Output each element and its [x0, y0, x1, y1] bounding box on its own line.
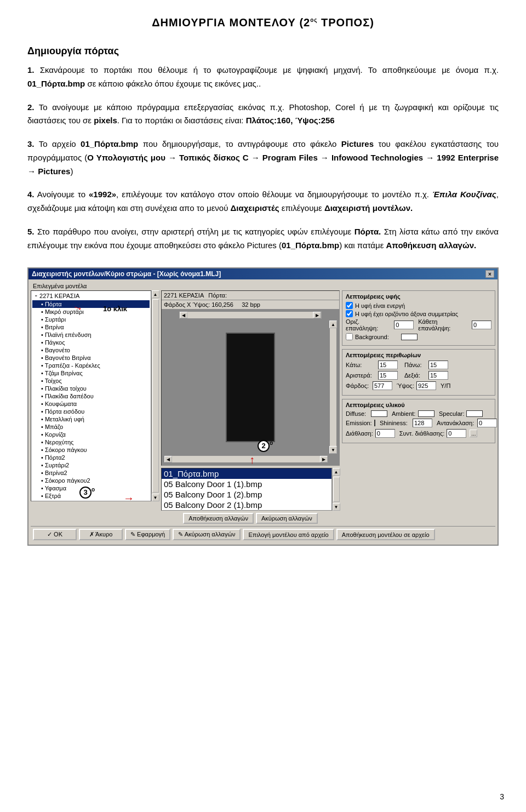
- rep-label: Οριζ. επανάληψη:: [346, 318, 392, 331]
- ambient-label: Ambient:: [392, 410, 416, 417]
- diab-input[interactable]: [375, 429, 395, 438]
- list-scrollbar[interactable]: ▲ ▼: [332, 468, 340, 511]
- h-sb-left[interactable]: ◀: [180, 312, 187, 318]
- image-list-item-3[interactable]: 05 Balcony Door 2 (1).bmp: [162, 500, 331, 510]
- tree-item-tzami[interactable]: • Τζάμι Βιτρίνας: [32, 369, 150, 377]
- tree-item-porta2[interactable]: • Πόρτα2: [32, 454, 150, 461]
- tree-item-mpazo[interactable]: • Μπάζο: [32, 423, 150, 431]
- bg-checkbox[interactable]: [346, 333, 353, 340]
- b-sb-right[interactable]: ▶: [320, 456, 328, 462]
- tree-item-trapez[interactable]: • Τραπέζια - Καρέκλες: [32, 362, 150, 369]
- tree-item-vitrina[interactable]: • Βιτρίνα: [32, 323, 150, 331]
- texture-details-group: Λεπτομέρειες υφής Η υφή είναι ενεργή Η υ…: [342, 290, 495, 346]
- v-sb-up[interactable]: ▲: [329, 321, 337, 328]
- page-title: ΔΗΜΙΟΥΡΓΙΑ ΜΟΝΤΕΛΟΥ (2ος ΤΡΟΠΟΣ): [27, 16, 499, 29]
- image-area-header: 2271 ΚΕΡΑΣΙΑ Πόρτα:: [162, 291, 339, 300]
- kato-row: Κάτω: Πάνω:: [346, 361, 491, 369]
- aristera-input[interactable]: [378, 371, 398, 380]
- center-buttons: Αποθήκευση αλλαγών Ακύρωση αλλαγών: [161, 513, 340, 524]
- farb2-label: Φάρδος:: [346, 382, 370, 389]
- material-details-group: Λεπτομέρειες υλικού Diffuse: Ambient: Sp…: [342, 399, 495, 443]
- sb-up-arrow[interactable]: ▲: [152, 290, 159, 298]
- kathe-input[interactable]: [472, 321, 491, 329]
- tree-item-porta[interactable]: • Πόρτα: [32, 300, 150, 308]
- antanakl-input[interactable]: [477, 419, 497, 427]
- synt-label: Συντ. διάθλασης:: [399, 430, 445, 437]
- check1-label: Η υφή είναι ενεργή: [355, 302, 405, 309]
- dialog-window: Διαχειριστής μοντέλων/Κύριο στρώμα - [Χω…: [27, 267, 499, 546]
- check2-input[interactable]: [346, 310, 353, 317]
- tree-item-plainh[interactable]: • Πλαϊνή επένδυση: [32, 331, 150, 339]
- list-sb-up[interactable]: ▲: [333, 468, 340, 476]
- cancel-changes-button[interactable]: Ακύρωση αλλαγών: [256, 513, 318, 524]
- dialog-close-button[interactable]: ×: [485, 270, 494, 278]
- tree-item-vagoneto[interactable]: • Βαγονέτο: [32, 346, 150, 354]
- check2-row: Η υφή έχει οριζόντιο άξονα συμμετρίας: [346, 310, 491, 317]
- save-model-button[interactable]: Αποθήκευση μοντέλου σε αρχείο: [336, 529, 435, 540]
- h-sb-right[interactable]: ▶: [313, 312, 321, 318]
- ok-button[interactable]: ✓ ΟΚ: [33, 529, 77, 540]
- image-list-item-0[interactable]: 01_Πόρτα.bmp: [162, 468, 331, 479]
- image-list-item-1[interactable]: 05 Balcony Door 1 (1).bmp: [162, 479, 331, 489]
- specular-swatch[interactable]: [466, 410, 483, 417]
- tree-item-nerox[interactable]: • Νεροχύτης: [32, 438, 150, 446]
- tree-item-root[interactable]: ⁃ 2271 ΚΕΡΑΣΙΑ: [32, 292, 150, 300]
- list-sb-thumb[interactable]: [333, 477, 340, 502]
- tree-item-metaliki[interactable]: • Μεταλλική υφή: [32, 415, 150, 423]
- tree-panel: ⁃ 2271 ΚΕΡΑΣΙΑ • Πόρτα • Μικρό συρτάρι •…: [31, 290, 151, 501]
- apply-button[interactable]: ✎ Εφαρμογή: [125, 529, 170, 540]
- tree-item-pagkos[interactable]: • Πάγκος: [32, 339, 150, 346]
- pano-label: Πάνω:: [404, 362, 426, 368]
- check1-input[interactable]: [346, 302, 353, 309]
- bg-color-swatch[interactable]: [401, 334, 418, 340]
- tree-item-vagoneto-v[interactable]: • Βαγονέτο Βιτρίνα: [32, 354, 150, 362]
- tree-item-plakidia-t[interactable]: • Πλακίδια τοίχου: [32, 385, 150, 392]
- cancel-button[interactable]: ✗ Άκυρο: [79, 529, 123, 540]
- yp-label: Υ/Π: [441, 382, 450, 389]
- center-label: 2271 ΚΕΡΑΣΙΑ: [164, 292, 204, 299]
- list-sb-down[interactable]: ▼: [333, 503, 340, 511]
- ypsos-label: Ύψος:: [397, 382, 414, 389]
- emission-row: Emission: Shininess: Αντανάκλαση:: [346, 419, 491, 427]
- synt-input[interactable]: [447, 429, 466, 438]
- diffuse-swatch[interactable]: [371, 410, 387, 417]
- tree-item-eisodou[interactable]: • Πόρτα εισόδου: [32, 408, 150, 415]
- save-changes-button[interactable]: Αποθήκευση αλλαγών: [183, 513, 254, 524]
- sb-down-arrow[interactable]: ▼: [152, 494, 159, 501]
- cancel-changes-bottom-button[interactable]: ✎ Ακύρωση αλλαγών: [173, 529, 241, 540]
- tree-item-sokoro[interactable]: • Σόκορο πάγκου: [32, 446, 150, 454]
- tree-item-syrtari2[interactable]: • Συρτάρι2: [32, 461, 150, 469]
- tree-item-plakidia-d[interactable]: • Πλακίδια δαπέδου: [32, 392, 150, 400]
- bg-row: Background:: [346, 333, 491, 340]
- annotation-click1: 1ο κλικ: [103, 305, 127, 313]
- emission-swatch[interactable]: [374, 420, 375, 426]
- pano-input[interactable]: [428, 361, 448, 369]
- vert-scrollbar[interactable]: ▲ ▼: [329, 320, 337, 454]
- rep-input[interactable]: [394, 321, 414, 329]
- tree-item-sokoro2[interactable]: • Σόκορο πάγκου2: [32, 477, 150, 484]
- farb2-input[interactable]: [373, 381, 392, 390]
- step-5: 5. Στο παράθυρο που ανοίγει, στην αριστε…: [27, 225, 499, 253]
- kato-input[interactable]: [378, 361, 398, 369]
- tree-item-korniza[interactable]: • Κορνίζα: [32, 431, 150, 438]
- deksia-input[interactable]: [428, 371, 448, 380]
- tree-item-mikro[interactable]: • Μικρό συρτάρι: [32, 308, 150, 316]
- image-list-item-2[interactable]: 05 Balcony Door 1 (2).bmp: [162, 489, 331, 500]
- v-sb-down[interactable]: ▼: [329, 446, 337, 454]
- tree-item-vitrina2[interactable]: • Βιτρίνα2: [32, 469, 150, 477]
- ambient-swatch[interactable]: [418, 410, 434, 417]
- b-sb-track: [172, 456, 320, 462]
- sb-thumb[interactable]: [152, 299, 159, 493]
- shininess-input[interactable]: [413, 419, 432, 427]
- bottom-scrollbar[interactable]: ◀ ▶: [164, 455, 328, 463]
- rep-row: Οριζ. επανάληψη: Κάθετη επανάληψη:: [346, 318, 491, 331]
- tree-item-kouf[interactable]: • Κουφώματα: [32, 400, 150, 408]
- horiz-scrollbar[interactable]: ◀ ▶: [179, 311, 321, 319]
- tree-item-toixos[interactable]: • Τοίχος: [32, 377, 150, 385]
- b-sb-left[interactable]: ◀: [164, 456, 172, 462]
- synt-browse-button[interactable]: ...: [470, 430, 477, 437]
- ypsos-input[interactable]: [416, 381, 436, 390]
- load-model-button[interactable]: Επιλογή μοντέλου από αρχείο: [243, 529, 334, 540]
- tree-scrollbar[interactable]: ▲ ▼: [151, 290, 159, 501]
- tree-item-syrtari[interactable]: • Συρτάρι: [32, 316, 150, 323]
